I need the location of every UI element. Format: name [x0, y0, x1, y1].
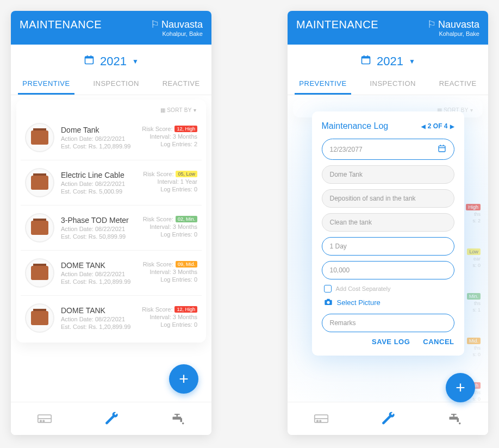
item-interval: Interval: 3 Months: [150, 133, 197, 140]
item-title: DOME TANK: [61, 306, 130, 315]
chevron-down-icon: ▼: [409, 58, 415, 65]
page-title: MAINTENANCE: [296, 18, 378, 31]
location-block[interactable]: ⚐Nauvasta Kohalpur, Bake: [427, 18, 479, 37]
item-interval: Interval: 3 Months: [150, 314, 197, 320]
list-item[interactable]: DOME TANK Action Date: 08/22/2021 Est. C…: [21, 251, 202, 296]
pager-next[interactable]: ▶: [450, 123, 454, 129]
item-action-date: Action Date: 08/22/2021: [61, 181, 125, 187]
duration-field[interactable]: 1 Day: [322, 237, 454, 256]
nav-tap-icon[interactable]: [446, 411, 464, 426]
asset-avatar: [25, 213, 54, 242]
risk-badge: 05, Low: [176, 171, 197, 177]
nav-wrench-icon[interactable]: [379, 411, 397, 426]
remarks-field[interactable]: Remarks: [322, 314, 454, 332]
item-risk-score: Risk Score: 12, High: [142, 126, 197, 132]
tab-reactive[interactable]: REACTIVE: [435, 74, 481, 95]
list-item[interactable]: Dome Tank Action Date: 08/22/2021 Est. C…: [21, 115, 202, 160]
item-log-entries: Log Entries: 0: [160, 321, 197, 328]
risk-badge: 09, Mid.: [176, 261, 197, 267]
screen-list: MAINTENANCE ⚐Nauvasta Kohalpur, Bake 202…: [11, 11, 211, 435]
select-picture-button[interactable]: Select Picture: [324, 298, 454, 307]
nav-tap-icon[interactable]: [170, 411, 187, 426]
screen-modal: MAINTENANCE ⚐Nauvasta Kohalpur, Bake 202…: [288, 11, 488, 435]
svg-rect-17: [439, 146, 445, 152]
cost-field[interactable]: 10,000: [322, 261, 454, 279]
svg-point-7: [42, 420, 44, 422]
asset-field: Dome Tank: [322, 165, 454, 184]
page-title: MAINTENANCE: [20, 18, 102, 31]
item-risk-score: Risk Score: 05, Low: [143, 171, 197, 177]
item-action-date: Action Date: 08/22/2021: [61, 135, 130, 142]
svg-rect-31: [457, 418, 459, 422]
item-risk-score: Risk Score: 02, Min.: [143, 216, 197, 222]
svg-point-12: [182, 422, 184, 425]
tab-bar: PREVENTIVE INSPECTION REACTIVE: [288, 74, 488, 95]
add-cost-checkbox[interactable]: Add Cost Separately: [324, 285, 454, 293]
svg-rect-11: [180, 418, 182, 422]
chevron-down-icon: ▼: [132, 58, 139, 65]
app-header: MAINTENANCE ⚐Nauvasta Kohalpur, Bake: [288, 11, 488, 45]
item-interval: Interval: 3 Months: [150, 223, 197, 230]
asset-avatar: [25, 258, 54, 288]
year-value: 2021: [100, 54, 127, 69]
sort-by-button[interactable]: ▦ SORT BY ▾: [21, 105, 202, 115]
issue-field: Deposition of sand in the tank: [322, 189, 454, 208]
svg-rect-30: [451, 414, 457, 415]
item-interval: Interval: 1 Year: [158, 178, 197, 185]
tab-inspection[interactable]: INSPECTION: [365, 74, 420, 95]
add-button[interactable]: +: [169, 364, 198, 394]
tab-preventive[interactable]: PREVENTIVE: [295, 74, 351, 95]
item-log-entries: Log Entries: 2: [160, 141, 197, 147]
asset-avatar: [25, 303, 54, 333]
list-container: ▦ SORT BY ▾ Dome Tank Action Date: 08/22…: [11, 95, 211, 402]
list-item[interactable]: Electric Line Cable Action Date: 08/22/2…: [21, 160, 202, 206]
save-log-button[interactable]: SAVE LOG: [372, 338, 410, 346]
add-button[interactable]: +: [446, 373, 475, 402]
date-field[interactable]: 12/23/2077: [322, 139, 454, 160]
item-title: Dome Tank: [61, 126, 130, 134]
list-item[interactable]: 3-Phase TOD Meter Action Date: 08/22/202…: [21, 206, 202, 251]
svg-point-22: [327, 301, 329, 304]
location-block[interactable]: ⚐Nauvasta Kohalpur, Bake: [151, 18, 203, 37]
svg-point-6: [40, 420, 41, 422]
nav-meter-icon[interactable]: [313, 411, 330, 426]
svg-point-27: [319, 420, 321, 422]
year-value: 2021: [377, 54, 403, 69]
item-log-entries: Log Entries: 0: [160, 276, 197, 283]
item-est-cost: Est. Cost: Rs. 1,20,899.99: [61, 278, 130, 285]
cancel-button[interactable]: CANCEL: [423, 338, 454, 346]
risk-badge: 12, High: [174, 306, 197, 313]
list-item[interactable]: DOME TANK Action Date: 08/22/2021 Est. C…: [21, 296, 202, 340]
svg-rect-8: [172, 417, 181, 420]
item-title: Electric Line Cable: [61, 171, 125, 179]
pager-label: 2 OF 4: [428, 122, 448, 130]
list-card: ▦ SORT BY ▾ Dome Tank Action Date: 08/22…: [16, 99, 206, 343]
tab-preventive[interactable]: PREVENTIVE: [18, 74, 74, 95]
tab-inspection[interactable]: INSPECTION: [89, 74, 143, 95]
asset-avatar: [25, 168, 54, 197]
risk-badge: 02, Min.: [176, 216, 197, 222]
item-interval: Interval: 3 Months: [150, 269, 197, 275]
bottom-nav: [288, 402, 488, 435]
item-est-cost: Est. Cost: Rs. 50,899.99: [61, 233, 129, 240]
list-container: ▦ SORT BY ▾ High ths s: 2 Low ear s: 0 M…: [288, 95, 488, 402]
year-selector[interactable]: 2021 ▼: [11, 45, 211, 74]
item-action-date: Action Date: 08/22/2021: [61, 226, 129, 232]
item-action-date: Action Date: 08/22/2021: [61, 316, 130, 322]
modal-backdrop: Maintenance Log ◀ 2 OF 4 ▶ 12/23/2077 Do…: [288, 95, 488, 402]
camera-icon: [324, 298, 333, 307]
item-title: 3-Phase TOD Meter: [61, 216, 129, 225]
item-est-cost: Est. Cost: Rs. 1,20,899.99: [61, 143, 130, 150]
pager-prev[interactable]: ◀: [421, 123, 426, 129]
tab-reactive[interactable]: REACTIVE: [158, 74, 204, 95]
item-log-entries: Log Entries: 0: [160, 186, 197, 192]
year-selector[interactable]: 2021 ▼: [288, 45, 488, 74]
checkbox-icon: [324, 285, 332, 293]
item-est-cost: Est. Cost: Rs. 5,000.99: [61, 188, 125, 195]
risk-badge: 12, High: [174, 126, 197, 132]
svg-rect-10: [174, 414, 180, 415]
svg-rect-23: [327, 299, 329, 301]
nav-wrench-icon[interactable]: [103, 411, 120, 426]
nav-meter-icon[interactable]: [36, 411, 53, 426]
svg-rect-1: [85, 57, 93, 58]
